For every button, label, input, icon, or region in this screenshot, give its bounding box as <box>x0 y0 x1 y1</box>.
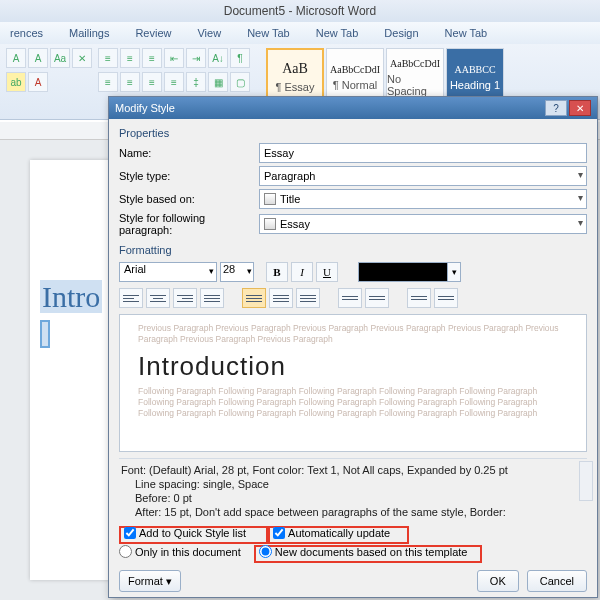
align-center-icon[interactable]: ≡ <box>120 72 140 92</box>
font-group: A A Aa ✕ ab A <box>6 48 92 115</box>
selection-handle[interactable] <box>40 320 50 348</box>
align-right-button[interactable] <box>173 288 197 308</box>
style-description: Font: (Default) Arial, 28 pt, Font color… <box>119 458 587 521</box>
style-type-combo[interactable]: Paragraph <box>259 166 587 186</box>
font-color-picker[interactable]: ▾ <box>358 262 448 282</box>
formatting-label: Formatting <box>119 244 587 256</box>
style-sample: AaBbCcDdI <box>330 64 380 75</box>
space-before-dec-button[interactable] <box>365 288 389 308</box>
properties-label: Properties <box>119 127 587 139</box>
borders-icon[interactable]: ▢ <box>230 72 250 92</box>
new-template-radio[interactable]: New documents based on this template <box>259 545 468 558</box>
ribbon-tabs: rences Mailings Review View New Tab New … <box>0 22 600 44</box>
tab-review[interactable]: Review <box>131 25 175 41</box>
italic-button[interactable]: I <box>291 262 313 282</box>
numbering-icon[interactable]: ≡ <box>120 48 140 68</box>
indent-inc-icon[interactable]: ⇥ <box>186 48 206 68</box>
shrink-font-icon[interactable]: A <box>28 48 48 68</box>
style-preview: Previous Paragraph Previous Paragraph Pr… <box>119 314 587 452</box>
tab-newtab-3[interactable]: New Tab <box>441 25 492 41</box>
paragraph-icon <box>264 193 276 205</box>
space-before-inc-button[interactable] <box>338 288 362 308</box>
indent-dec-button[interactable] <box>407 288 431 308</box>
size-combo[interactable]: 28 <box>220 262 254 282</box>
quick-style-check-input[interactable] <box>124 527 136 539</box>
style-sample: AABBCC <box>454 64 495 75</box>
selected-text[interactable]: Intro <box>40 280 102 313</box>
modify-style-dialog: Modify Style ? ✕ Properties Name: Style … <box>108 96 598 598</box>
align-left-button[interactable] <box>119 288 143 308</box>
app-title-bar: Document5 - Microsoft Word <box>0 0 600 22</box>
style-sample: AaBbCcDdI <box>390 58 440 69</box>
highlight-auto-update: Automatically update <box>268 526 409 544</box>
style-label: Heading 1 <box>450 79 500 91</box>
change-case-icon[interactable]: Aa <box>50 48 70 68</box>
spacing-2-button[interactable] <box>296 288 320 308</box>
following-combo[interactable]: Essay <box>259 214 587 234</box>
description-scrollbar[interactable] <box>579 461 593 501</box>
auto-update-check-input[interactable] <box>273 527 285 539</box>
following-label: Style for following paragraph: <box>119 212 259 236</box>
tab-references[interactable]: rences <box>6 25 47 41</box>
spacing-1-button[interactable] <box>242 288 266 308</box>
indent-dec-icon[interactable]: ⇤ <box>164 48 184 68</box>
style-label: ¶ Essay <box>276 81 315 93</box>
align-left-icon[interactable]: ≡ <box>98 72 118 92</box>
clear-format-icon[interactable]: ✕ <box>72 48 92 68</box>
underline-button[interactable]: U <box>316 262 338 282</box>
new-template-radio-input[interactable] <box>259 545 272 558</box>
dialog-titlebar[interactable]: Modify Style ? ✕ <box>109 97 597 119</box>
name-input[interactable] <box>259 143 587 163</box>
quick-style-checkbox[interactable]: Add to Quick Style list <box>124 527 246 539</box>
shading-icon[interactable]: ▦ <box>208 72 228 92</box>
help-button[interactable]: ? <box>545 100 567 116</box>
preview-before-text: Previous Paragraph Previous Paragraph Pr… <box>138 323 568 345</box>
dialog-title: Modify Style <box>115 102 175 114</box>
style-sample: AaB <box>282 61 308 77</box>
tab-view[interactable]: View <box>193 25 225 41</box>
only-doc-radio[interactable]: Only in this document <box>119 545 241 558</box>
based-on-label: Style based on: <box>119 193 259 205</box>
auto-update-checkbox[interactable]: Automatically update <box>273 527 390 539</box>
only-doc-radio-input[interactable] <box>119 545 132 558</box>
cancel-button[interactable]: Cancel <box>527 570 587 592</box>
bullets-icon[interactable]: ≡ <box>98 48 118 68</box>
highlight-new-template: New documents based on this template <box>254 545 483 563</box>
justify-icon[interactable]: ≡ <box>164 72 184 92</box>
style-type-label: Style type: <box>119 170 259 182</box>
close-button[interactable]: ✕ <box>569 100 591 116</box>
font-color-icon[interactable]: A <box>28 72 48 92</box>
tab-design[interactable]: Design <box>380 25 422 41</box>
style-label: No Spacing <box>387 73 443 97</box>
ok-button[interactable]: OK <box>477 570 519 592</box>
based-on-combo[interactable]: Title <box>259 189 587 209</box>
preview-title: Introduction <box>138 351 568 382</box>
name-label: Name: <box>119 147 259 159</box>
tab-mailings[interactable]: Mailings <box>65 25 113 41</box>
highlight-icon[interactable]: ab <box>6 72 26 92</box>
justify-button[interactable] <box>200 288 224 308</box>
bold-button[interactable]: B <box>266 262 288 282</box>
align-center-button[interactable] <box>146 288 170 308</box>
highlight-quick-style: Add to Quick Style list <box>119 526 268 544</box>
tab-newtab-2[interactable]: New Tab <box>312 25 363 41</box>
paragraph-icon <box>264 218 276 230</box>
style-label: ¶ Normal <box>333 79 377 91</box>
spacing-15-button[interactable] <box>269 288 293 308</box>
preview-after-text: Following Paragraph Following Paragraph … <box>138 386 568 419</box>
font-combo[interactable]: Arial <box>119 262 217 282</box>
align-right-icon[interactable]: ≡ <box>142 72 162 92</box>
tab-newtab-1[interactable]: New Tab <box>243 25 294 41</box>
multilevel-icon[interactable]: ≡ <box>142 48 162 68</box>
grow-font-icon[interactable]: A <box>6 48 26 68</box>
format-button[interactable]: Format ▾ <box>119 570 181 592</box>
line-spacing-icon[interactable]: ‡ <box>186 72 206 92</box>
show-marks-icon[interactable]: ¶ <box>230 48 250 68</box>
indent-inc-button[interactable] <box>434 288 458 308</box>
sort-icon[interactable]: A↓ <box>208 48 228 68</box>
chevron-down-icon[interactable]: ▾ <box>447 262 461 282</box>
